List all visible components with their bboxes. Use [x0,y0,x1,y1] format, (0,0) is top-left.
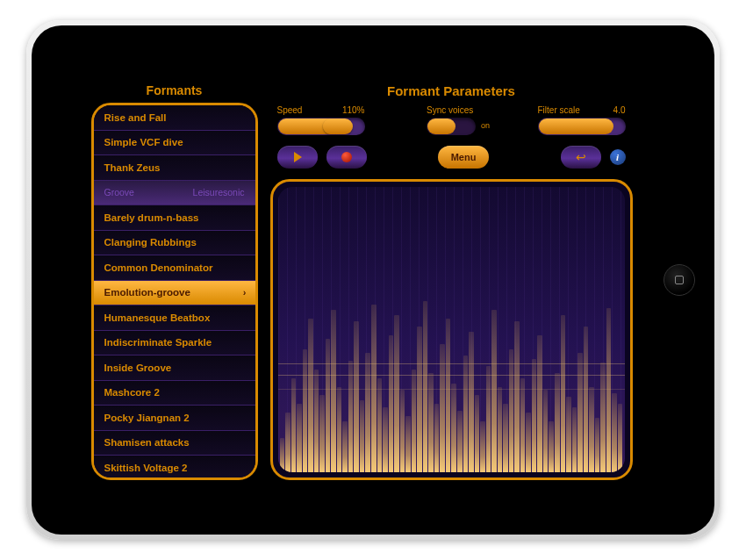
back-button[interactable]: ↩ [561,146,601,169]
list-item[interactable]: Mashcore 2 [94,381,255,406]
speed-slider-thumb[interactable] [323,118,353,134]
formant-list[interactable]: Rise and FallSimple VCF diveThank ZeusGr… [91,103,258,480]
info-icon: i [616,152,619,162]
transport-row: Menu ↩ i [270,146,633,179]
list-item-label: Mashcore 2 [104,387,160,398]
list-item[interactable]: Emolution-groove› [94,281,255,306]
spectrogram-panel[interactable] [270,179,633,480]
play-icon [294,152,302,162]
list-item[interactable]: Skittish Voltage 2 [94,456,255,480]
spectrogram [278,187,625,472]
home-icon [675,276,684,284]
list-item[interactable]: Thank Zeus [94,155,255,181]
list-item-label: Barely drum-n-bass [104,212,199,223]
list-item-label: Indiscriminate Sparkle [104,337,212,348]
list-item-label: Common Denominator [104,262,213,273]
list-item-label: Groove [104,187,134,197]
ipad-frame: Formants Rise and FallSimple VCF diveTha… [26,20,720,540]
sidebar: Formants Rise and FallSimple VCF diveTha… [91,83,258,480]
speed-group: Speed 110% [277,105,365,135]
list-item-label: Shamisen attacks [104,437,190,448]
list-item[interactable]: Pocky Jiangnan 2 [94,406,255,431]
record-button[interactable] [326,146,367,169]
speed-slider[interactable] [277,118,365,135]
list-section-author: Leisuresonic [193,187,245,197]
list-item-label: Rise and Fall [104,112,167,123]
filter-label: Filter scale [538,105,580,115]
list-item[interactable]: Inside Groove [94,355,255,381]
speed-label: Speed [277,105,303,115]
list-section-header: GrooveLeisuresonic [94,181,255,206]
filter-slider-fill [539,118,613,134]
sync-toggle-thumb [427,118,455,134]
list-item[interactable]: Common Denominator [94,255,255,281]
list-item-label: Inside Groove [104,363,172,373]
list-item-label: Simple VCF dive [104,137,183,147]
list-item-label: Skittish Voltage 2 [104,463,188,473]
sidebar-title: Formants [91,83,258,97]
ipad-bezel: Formants Rise and FallSimple VCF diveTha… [32,25,714,535]
record-icon [341,152,352,162]
list-item-label: Pocky Jiangnan 2 [104,413,190,423]
list-item-label: Thank Zeus [104,162,161,173]
screen: Formants Rise and FallSimple VCF diveTha… [79,68,645,492]
sync-state: on [481,121,490,130]
play-button[interactable] [277,146,318,169]
filter-slider[interactable] [538,118,626,135]
list-item[interactable]: Humanesque Beatbox [94,305,255,331]
sync-group: Sync voices on [427,105,476,135]
list-item[interactable]: Clanging Rubbings [94,231,255,256]
main-panel: Formant Parameters Speed 110% [270,83,633,480]
list-item[interactable]: Rise and Fall [94,105,255,131]
sync-label: Sync voices [427,105,473,115]
main-title: Formant Parameters [270,83,633,98]
list-item[interactable]: Indiscriminate Sparkle [94,331,255,356]
list-item[interactable]: Barely drum-n-bass [94,205,255,231]
list-item[interactable]: Simple VCF dive [94,131,255,156]
back-icon: ↩ [576,150,586,164]
app: Formants Rise and FallSimple VCF diveTha… [79,68,645,492]
home-button[interactable] [664,264,695,296]
info-button[interactable]: i [610,149,626,165]
filter-group: Filter scale 4.0 [538,105,626,135]
list-item-label: Humanesque Beatbox [104,312,211,323]
list-item-label: Clanging Rubbings [104,237,197,248]
speed-value: 110% [342,105,365,115]
chevron-right-icon: › [243,287,247,298]
list-item[interactable]: Shamisen attacks [94,431,255,456]
list-item-label: Emolution-groove [104,287,190,298]
sync-toggle[interactable] [427,118,476,135]
menu-button[interactable]: Menu [438,146,489,169]
parameter-row: Speed 110% Sync voices [270,105,633,135]
filter-value: 4.0 [613,105,626,115]
